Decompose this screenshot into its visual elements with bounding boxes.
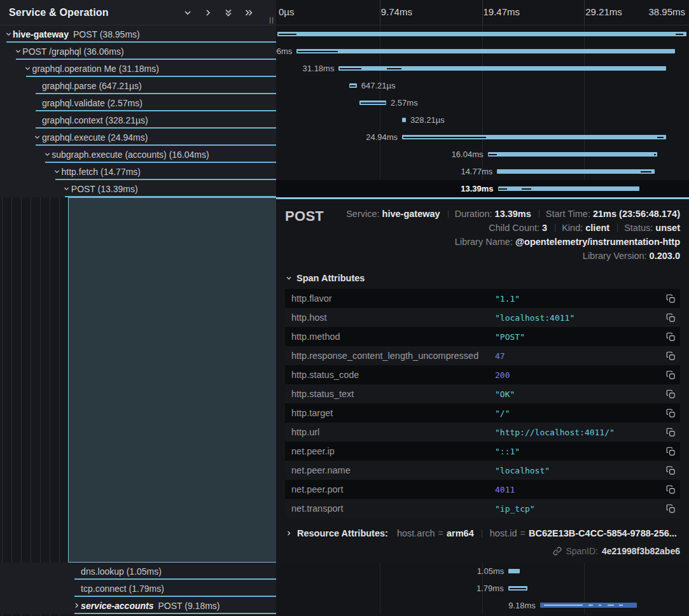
- copy-icon[interactable]: [661, 294, 680, 304]
- span-tree-row[interactable]: graphql.operation Me (31.18ms): [0, 60, 276, 77]
- span-duration-bar[interactable]: [488, 152, 657, 157]
- expand-one-icon[interactable]: [201, 6, 215, 20]
- span-tree-row[interactable]: graphql.parse (647.21µs): [0, 77, 276, 94]
- span-duration-bar[interactable]: [402, 135, 666, 139]
- collapse-one-icon[interactable]: [181, 6, 195, 20]
- span-tree-row[interactable]: http.fetch (14.77ms): [0, 163, 276, 180]
- link-icon[interactable]: [553, 547, 562, 556]
- waterfall-track: [277, 25, 686, 43]
- span-tree-row[interactable]: graphql.execute (24.94ms): [0, 129, 276, 146]
- waterfall-row[interactable]: 1.79ms: [276, 580, 689, 597]
- waterfall-row[interactable]: 647.21µs: [276, 77, 689, 94]
- copy-icon[interactable]: [661, 485, 680, 494]
- bar-duration-label: 24.94ms: [366, 129, 398, 146]
- span-duration-bar[interactable]: [402, 118, 406, 122]
- span-tree-row[interactable]: dns.lookup (1.05ms): [0, 563, 276, 580]
- span-attributes-header[interactable]: Span Attributes: [285, 273, 680, 283]
- child-span-marker: [298, 51, 338, 52]
- span-tree-row[interactable]: service-accountsPOST (9.18ms): [0, 597, 276, 614]
- panel-resize-handle[interactable]: ||: [269, 16, 274, 24]
- chevron-down-icon[interactable]: [62, 185, 71, 193]
- attribute-key: http.url: [285, 427, 495, 437]
- resource-attribute-item: host.arch=arm64: [397, 528, 474, 538]
- attribute-key: http.status_code: [285, 370, 495, 380]
- chevron-right-icon: [285, 529, 293, 537]
- span-duration-bar[interactable]: [338, 66, 666, 71]
- span-name-and-duration: graphql.parse (647.21µs): [42, 81, 142, 91]
- span-meta-item: Service: hive-gateway: [346, 209, 440, 219]
- chevron-down-icon[interactable]: [24, 64, 32, 73]
- span-tree-row[interactable]: subgraph.execute (accounts) (16.04ms): [0, 146, 276, 163]
- waterfall-row[interactable]: 14.77ms: [276, 163, 689, 180]
- span-meta-item: Child Count: 3: [489, 223, 547, 233]
- span-tree-row[interactable]: hive-gatewayPOST (38.95ms): [0, 25, 276, 43]
- span-duration-bar[interactable]: [498, 186, 639, 191]
- span-duration-bar[interactable]: [277, 32, 686, 36]
- span-meta-item: Start Time: 21ms (23:56:48.174): [531, 209, 680, 219]
- span-name-and-duration: graphql.validate (2.57ms): [42, 98, 143, 108]
- span-duration-bar[interactable]: [349, 83, 357, 88]
- span-tree-row[interactable]: POST (13.39ms): [0, 180, 276, 197]
- waterfall-row[interactable]: 328.21µs: [276, 111, 689, 129]
- tree-controls: [181, 6, 256, 20]
- span-tree-row[interactable]: tcp.connect (1.79ms): [0, 580, 276, 597]
- waterfall-row[interactable]: 1.05ms: [276, 563, 689, 580]
- span-duration-bar[interactable]: [508, 569, 519, 573]
- expand-all-icon[interactable]: [242, 6, 256, 20]
- span-name-and-duration: POST (9.18ms): [158, 601, 220, 611]
- span-duration-bar[interactable]: [540, 603, 637, 608]
- bar-duration-label: 9.18ms: [508, 597, 536, 614]
- equals-sign: =: [517, 528, 528, 538]
- chevron-down-icon[interactable]: [53, 167, 62, 176]
- waterfall-bottom: 1.05ms1.79ms9.18ms: [276, 563, 689, 614]
- waterfall-track: 647.21µs: [277, 77, 686, 94]
- chevron-down-icon[interactable]: [33, 133, 42, 142]
- span-tree-row[interactable]: graphql.validate (2.57ms): [0, 94, 276, 111]
- span-duration-bar[interactable]: [508, 586, 527, 591]
- waterfall-top: 36.06ms31.18ms647.21µs2.57ms328.21µs24.9…: [276, 25, 689, 197]
- chevron-spacer: [72, 567, 81, 576]
- waterfall-track: 1.79ms: [277, 580, 686, 597]
- child-span-marker: [641, 171, 651, 172]
- child-span-marker: [588, 605, 593, 606]
- waterfall-row[interactable]: 2.57ms: [276, 94, 689, 111]
- waterfall-row[interactable]: 9.18ms: [276, 597, 689, 614]
- attribute-row: net.peer.ip"::1": [285, 442, 680, 461]
- copy-icon[interactable]: [661, 466, 680, 475]
- copy-icon[interactable]: [661, 332, 680, 342]
- chevron-down-icon[interactable]: [13, 47, 22, 56]
- span-tree-row[interactable]: graphql.context (328.21µs): [0, 111, 276, 129]
- chevron-right-icon[interactable]: [72, 601, 81, 610]
- chevron-down-icon[interactable]: [43, 150, 52, 159]
- copy-icon[interactable]: [661, 351, 680, 361]
- copy-icon[interactable]: [661, 409, 680, 418]
- waterfall-row[interactable]: 31.18ms: [276, 60, 689, 77]
- waterfall-row[interactable]: [276, 25, 689, 43]
- copy-icon[interactable]: [661, 504, 680, 514]
- resource-key: host.arch: [397, 528, 435, 538]
- span-duration-bar[interactable]: [359, 101, 386, 105]
- span-duration-bar[interactable]: [497, 169, 655, 174]
- waterfall-row[interactable]: 13.39ms: [276, 180, 689, 197]
- copy-icon[interactable]: [661, 370, 680, 380]
- ruler-tick-line: [584, 0, 585, 25]
- copy-icon[interactable]: [661, 447, 680, 456]
- child-span-marker: [358, 68, 361, 69]
- resource-attributes-row[interactable]: Resource Attributes: host.arch=arm64host…: [285, 528, 680, 538]
- waterfall-row[interactable]: 16.04ms: [276, 146, 689, 163]
- waterfall-row[interactable]: 24.94ms: [276, 129, 689, 146]
- copy-icon[interactable]: [661, 428, 680, 437]
- copy-icon[interactable]: [661, 389, 680, 399]
- collapse-all-icon[interactable]: [221, 6, 235, 20]
- attribute-value: 200: [495, 370, 661, 380]
- waterfall-row[interactable]: 36.06ms: [276, 43, 689, 60]
- resource-value: BC62E13B-C4CC-5854-9788-256...: [529, 528, 677, 538]
- selected-span-highlight[interactable]: [68, 197, 276, 563]
- attribute-key: net.peer.port: [285, 484, 495, 494]
- chevron-down-icon[interactable]: [4, 30, 13, 39]
- copy-icon[interactable]: [661, 313, 680, 323]
- span-name-and-duration: graphql.operation Me (31.18ms): [32, 64, 159, 74]
- span-duration-bar[interactable]: [296, 49, 675, 53]
- span-name-and-duration: dns.lookup (1.05ms): [81, 566, 162, 577]
- span-tree-row[interactable]: POST /graphql (36.06ms): [0, 43, 276, 60]
